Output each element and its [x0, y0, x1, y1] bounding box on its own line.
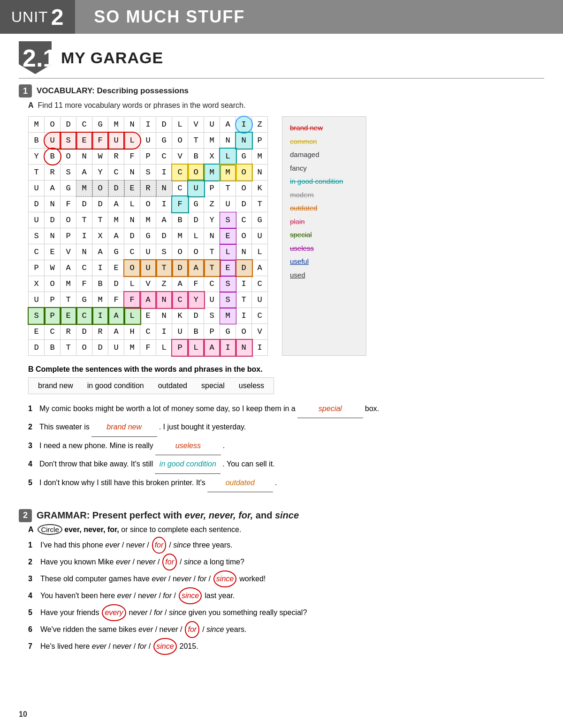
activity1-header: 1 VOCABULARY: Describing possessions	[0, 79, 563, 99]
grid-cell: G	[156, 133, 172, 149]
grid-cell: A	[140, 292, 156, 308]
grid-cell: P	[204, 324, 220, 340]
grid-cell: O	[188, 165, 204, 180]
word-list-item: useless	[290, 242, 358, 255]
grid-cell: L	[124, 196, 140, 212]
activity1b-instruction: Complete the sentences with the words an…	[36, 365, 263, 374]
grid-cell: T	[220, 180, 236, 196]
grid-cell: U	[29, 180, 45, 196]
grid-cell: M	[220, 165, 236, 180]
fill-blank: outdated	[207, 474, 273, 492]
grid-cell: I	[92, 308, 108, 324]
grid-cell: R	[108, 149, 124, 165]
grid-cell: D	[61, 117, 76, 133]
grid-cell: U	[29, 292, 45, 308]
grid-cell: U	[140, 244, 156, 260]
grid-cell: I	[156, 196, 172, 212]
grid-cell: M	[204, 165, 220, 180]
sentence-item: 4Don't throw that bike away. It's still …	[28, 455, 535, 473]
grid-cell: Y	[29, 149, 45, 165]
grid-cell: F	[140, 340, 156, 356]
wordsearch-container: MODCGMNIDLVUAIZBUSEFULUGOTMNNPYBONWRFPCV…	[28, 116, 268, 356]
grid-cell: F	[108, 292, 124, 308]
activity1a-instruction: A Find 11 more vocabulary words or phras…	[0, 99, 563, 112]
circled-word: since	[153, 638, 176, 655]
grid-cell: K	[252, 180, 268, 196]
grid-cell: W	[92, 149, 108, 165]
grid-cell: T	[61, 340, 76, 356]
grid-cell: M	[108, 117, 124, 133]
grid-cell: Z	[204, 196, 220, 212]
grid-cell: D	[92, 196, 108, 212]
grid-cell: R	[140, 180, 156, 196]
activity2a-instruction: A Circle ever, never, for, or since to c…	[0, 524, 563, 537]
word-box-item: special	[201, 382, 225, 390]
grid-cell: C	[172, 165, 188, 180]
activity1-badge: 1	[19, 84, 32, 98]
fill-blank: in good condition	[155, 455, 221, 473]
grid-cell: T	[204, 260, 220, 276]
grid-cell: O	[45, 117, 61, 133]
grid-cell: O	[92, 180, 108, 196]
grid-cell: O	[188, 244, 204, 260]
word-list-item: in good condition	[290, 175, 358, 188]
grid-cell: T	[204, 244, 220, 260]
grid-cell: Y	[188, 292, 204, 308]
word-list-item: modern	[290, 188, 358, 202]
grid-cell: D	[29, 340, 45, 356]
grid-cell: U	[140, 260, 156, 276]
section-header: 2.1 MY GARAGE	[0, 34, 563, 74]
grammar-item: 6We've ridden the same bikes ever / neve…	[28, 621, 535, 638]
grid-cell: I	[236, 117, 252, 133]
grid-cell: C	[45, 324, 61, 340]
sentence-list: 1My comic books might be worth a lot of …	[28, 400, 535, 492]
grid-cell: E	[61, 308, 76, 324]
grid-cell: D	[76, 324, 92, 340]
grid-cell: F	[76, 276, 92, 292]
grid-cell: E	[124, 180, 140, 196]
grid-cell: O	[236, 180, 252, 196]
grid-cell: L	[172, 117, 188, 133]
grid-cell: M	[92, 292, 108, 308]
word-list-item: plain	[290, 215, 358, 229]
grid-cell: N	[76, 244, 92, 260]
grid-cell: X	[204, 149, 220, 165]
grid-cell: B	[188, 324, 204, 340]
grid-cell: V	[188, 117, 204, 133]
grid-cell: D	[92, 340, 108, 356]
grid-cell: V	[172, 149, 188, 165]
word-box-item: outdated	[158, 382, 187, 390]
grid-cell: N	[124, 212, 140, 228]
grid-cell: W	[45, 260, 61, 276]
page-header: UNIT 2 SO MUCH STUFF	[0, 0, 563, 34]
unit-number: 2	[51, 4, 64, 30]
grid-cell: K	[172, 308, 188, 324]
grid-cell: D	[172, 260, 188, 276]
grid-cell: E	[220, 228, 236, 244]
grammar-item: 3These old computer games have ever / ne…	[28, 570, 535, 587]
grid-cell: I	[140, 117, 156, 133]
grid-cell: I	[156, 324, 172, 340]
circled-word: for	[185, 621, 199, 638]
grid-cell: U	[45, 133, 61, 149]
grid-cell: S	[220, 292, 236, 308]
unit-text: UNIT	[11, 8, 48, 26]
grid-cell: P	[45, 292, 61, 308]
grid-cell: F	[124, 292, 140, 308]
activity1-title: VOCABULARY: Describing possessions	[37, 86, 189, 96]
grid-cell: N	[76, 149, 92, 165]
grid-cell: F	[61, 196, 76, 212]
grid-cell: B	[29, 133, 45, 149]
grid-cell: C	[108, 165, 124, 180]
grid-cell: M	[172, 228, 188, 244]
grid-cell: O	[61, 149, 76, 165]
grid-cell: E	[45, 244, 61, 260]
grid-cell: U	[172, 324, 188, 340]
grid-cell: A	[45, 180, 61, 196]
grid-cell: S	[156, 244, 172, 260]
grid-cell: D	[188, 308, 204, 324]
grid-cell: O	[124, 260, 140, 276]
activity2-title: GRAMMAR: Present perfect with ever, neve…	[37, 510, 299, 521]
grid-cell: C	[76, 308, 92, 324]
grid-cell: M	[140, 212, 156, 228]
